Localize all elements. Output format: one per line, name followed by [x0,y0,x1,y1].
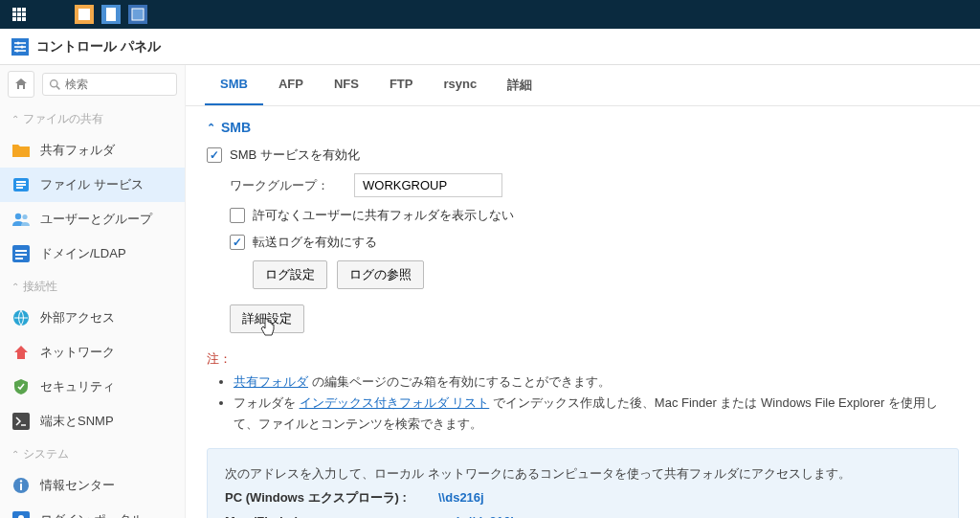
svg-rect-31 [15,250,27,252]
svg-point-29 [22,214,27,219]
svg-rect-5 [22,12,26,16]
link-indexed-folders[interactable]: インデックス付きフォルダ リスト [300,395,490,410]
terminal-icon [11,412,31,431]
mac-address-value: smb://ds216j [438,510,514,518]
sidebar-item-file-service[interactable]: ファイル サービス [0,168,185,202]
svg-rect-3 [12,12,16,16]
sidebar-item-snmp[interactable]: 端末とSNMP [0,404,185,439]
sidebar-section-label: ファイルの共有 [23,111,103,127]
section-smb-header[interactable]: ⌃ SMB [207,120,959,135]
sidebar-section-label: システム [23,446,69,462]
label-transfer-log: 転送ログを有効にする [253,234,377,251]
svg-rect-2 [22,8,26,11]
label-workgroup: ワークグループ： [230,177,354,194]
btn-log-view[interactable]: ログの参照 [337,260,424,289]
note-list: 共有フォルダ の編集ページのごみ箱を有効にすることができます。 フォルダを イン… [207,372,959,435]
svg-rect-19 [14,46,26,48]
search-input[interactable] [65,78,170,91]
checkbox-transfer-log[interactable] [230,235,245,250]
network-icon [11,343,31,362]
btn-log-settings[interactable]: ログ設定 [253,260,327,289]
system-topbar [0,0,980,29]
access-info-box: 次のアドレスを入力して、ローカル ネットワークにあるコンピュータを使って共有フォ… [207,448,959,518]
svg-rect-14 [132,9,144,20]
search-field[interactable] [42,73,177,96]
sidebar-item-label: ネットワーク [40,344,115,361]
note-item-2: フォルダを インデックス付きフォルダ リスト でインデックス作成した後、Mac … [234,393,959,435]
sidebar-item-network[interactable]: ネットワーク [0,335,185,370]
chevron-up-icon: ⌃ [207,122,215,134]
pc-address-value: \\ds216j [438,486,484,510]
info-icon [11,476,31,495]
svg-rect-6 [12,17,16,21]
taskbar-app-2[interactable] [98,1,124,28]
chevron-up-icon: ⌃ [11,449,19,460]
sidebar-item-label: 情報センター [40,477,115,494]
taskbar-app-3[interactable] [124,1,151,28]
svg-rect-32 [15,254,27,256]
svg-point-38 [20,480,22,482]
control-panel-icon [11,38,29,56]
input-workgroup[interactable] [354,173,502,197]
svg-rect-37 [20,484,22,490]
tab-afp[interactable]: AFP [263,65,319,105]
home-button[interactable] [8,71,34,98]
checkbox-enable-smb[interactable] [207,147,222,163]
svg-point-28 [15,214,21,219]
tab-ftp[interactable]: FTP [374,65,429,105]
pc-address-label: PC (Windows エクスプローラ) : [225,486,431,510]
tab-advanced[interactable]: 詳細 [492,65,547,105]
sidebar-section-connectivity[interactable]: ⌃ 接続性 [0,271,185,301]
sidebar-item-label: ファイル サービス [40,176,144,193]
svg-rect-33 [15,258,23,259]
svg-point-22 [51,79,57,86]
svg-rect-17 [14,42,26,44]
section-title: SMB [221,120,251,135]
sidebar-section-file-sharing[interactable]: ⌃ ファイルの共有 [0,103,185,133]
window-header: コントロール パネル [0,29,980,65]
svg-rect-4 [17,12,21,16]
checkbox-hide-unauth[interactable] [230,208,245,223]
svg-rect-27 [16,187,23,189]
sidebar-item-ldap[interactable]: ドメイン/LDAP [0,236,185,271]
sidebar-section-system[interactable]: ⌃ システム [0,439,185,468]
link-shared-folder[interactable]: 共有フォルダ [234,374,308,389]
sidebar-item-users[interactable]: ユーザーとグループ [0,202,185,236]
svg-rect-8 [22,17,26,21]
sidebar-item-external-access[interactable]: 外部アクセス [0,301,185,335]
chevron-up-icon: ⌃ [11,114,19,124]
login-icon [11,510,31,518]
note-2-pre: フォルダを [234,395,300,410]
sidebar-item-label: ドメイン/LDAP [40,245,126,262]
svg-rect-1 [17,8,21,11]
svg-rect-12 [106,8,116,21]
svg-rect-21 [14,50,26,52]
chevron-up-icon: ⌃ [11,282,19,292]
content-panel: SMB AFP NFS FTP rsync 詳細 ⌃ SMB SMB サービスを… [186,65,980,518]
info-box-title: 次のアドレスを入力して、ローカル ネットワークにあるコンピュータを使って共有フォ… [225,462,941,486]
sidebar-item-label: ユーザーとグループ [40,211,152,228]
sidebar-item-login-portal[interactable]: ログイン ポータル [0,503,185,518]
mac-address-label: Mac (Finder) : [225,510,431,518]
sidebar-item-label: 端末とSNMP [40,413,114,430]
sidebar-section-label: 接続性 [23,279,57,295]
sidebar-item-security[interactable]: セキュリティ [0,370,185,404]
tab-nfs[interactable]: NFS [319,65,374,105]
sidebar-item-shared-folder[interactable]: 共有フォルダ [0,133,185,168]
svg-rect-0 [12,8,16,11]
svg-rect-26 [16,184,26,186]
ldap-icon [11,244,31,263]
sidebar-item-label: ログイン ポータル [40,511,144,518]
sidebar-item-info-center[interactable]: 情報センター [0,468,185,503]
sidebar-item-label: 共有フォルダ [40,142,115,159]
svg-rect-7 [17,17,21,21]
tab-smb[interactable]: SMB [205,65,263,105]
folder-icon [11,141,31,160]
tab-rsync[interactable]: rsync [428,65,492,105]
taskbar-app-1[interactable] [71,1,98,28]
app-launcher-icon[interactable] [6,1,33,28]
users-icon [11,210,31,229]
file-service-icon [11,175,31,194]
sidebar: ⌃ ファイルの共有 共有フォルダ ファイル サービス ユーザーとグループ ド [0,65,186,518]
svg-line-23 [56,86,59,89]
